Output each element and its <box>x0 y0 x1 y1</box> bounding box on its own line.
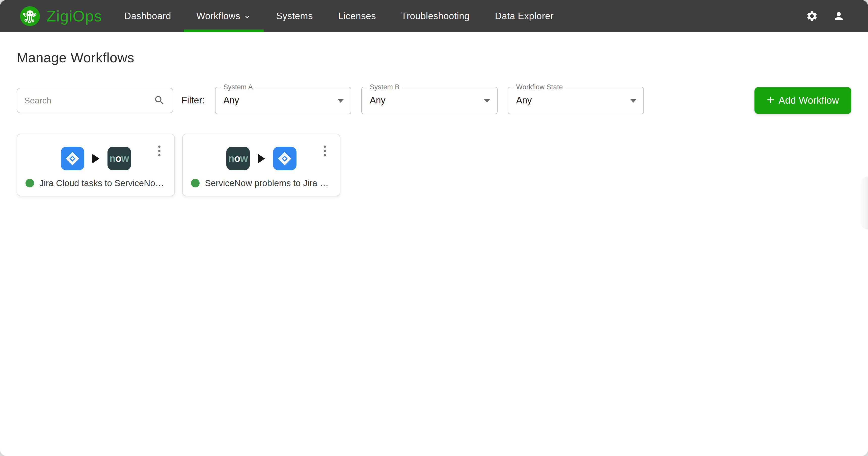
filter-label: Filter: <box>181 95 205 106</box>
select-value: Any <box>223 95 239 106</box>
integration-icons: now <box>183 147 340 170</box>
status-active-dot <box>191 179 199 187</box>
servicenow-letter: o <box>115 153 121 164</box>
workflow-title: ServiceNow problems to Jira … <box>205 178 329 188</box>
select-value: Any <box>370 95 385 106</box>
workflow-status-row: ServiceNow problems to Jira … <box>191 178 334 188</box>
servicenow-letter: w <box>121 153 129 164</box>
workflow-title: Jira Cloud tasks to ServiceNo… <box>39 178 164 188</box>
add-workflow-button[interactable]: + Add Workflow <box>754 87 851 114</box>
brand-logo-home-link[interactable]: ZigiOps <box>20 6 102 27</box>
search-input[interactable] <box>24 96 154 105</box>
nav-item-label: Licenses <box>338 11 376 22</box>
nav-item-label: Systems <box>276 11 313 22</box>
nav-item-troubleshooting[interactable]: Troubleshooting <box>389 0 482 32</box>
user-icon <box>833 10 845 22</box>
gear-icon <box>806 10 818 22</box>
servicenow-icon: now <box>107 147 131 170</box>
workflow-card-servicenow-to-jira[interactable]: now <box>182 134 340 196</box>
nav-item-systems[interactable]: Systems <box>264 0 326 32</box>
nav-item-label: Workflows <box>196 11 240 22</box>
select-workflow-state[interactable]: Workflow State Any <box>508 87 644 114</box>
select-label: System B <box>367 83 402 91</box>
servicenow-letter: o <box>234 153 240 164</box>
select-value: Any <box>516 95 532 106</box>
nav-item-label: Dashboard <box>124 11 171 22</box>
dropdown-arrow-icon <box>338 99 344 103</box>
search-box <box>17 88 173 113</box>
nav-item-label: Troubleshooting <box>401 11 470 22</box>
servicenow-letter: n <box>110 153 115 164</box>
dropdown-arrow-icon <box>630 99 637 103</box>
servicenow-letter: n <box>228 153 234 164</box>
user-account-button[interactable] <box>831 8 847 24</box>
brand-name: ZigiOps <box>46 7 102 25</box>
workflow-card-jira-to-servicenow[interactable]: now Jira Cloud tasks to ServiceNo… <box>17 134 175 196</box>
app-window: ZigiOps Dashboard Workflows Systems Lice… <box>0 0 868 456</box>
top-navbar: ZigiOps Dashboard Workflows Systems Lice… <box>0 0 868 32</box>
navbar-right-actions <box>804 8 847 24</box>
workflow-status-row: Jira Cloud tasks to ServiceNo… <box>26 178 169 188</box>
select-system-b[interactable]: System B Any <box>361 87 498 114</box>
zigiops-octopus-icon <box>20 6 40 27</box>
jira-icon <box>273 147 297 170</box>
workflow-card-list: now Jira Cloud tasks to ServiceNo… now <box>17 134 851 196</box>
servicenow-letter: w <box>240 153 248 164</box>
servicenow-icon: now <box>226 147 250 170</box>
right-edge-scroll-hint <box>861 176 868 229</box>
settings-button[interactable] <box>804 8 820 24</box>
main-nav: Dashboard Workflows Systems Licenses Tro… <box>112 0 566 32</box>
nav-item-data-explorer[interactable]: Data Explorer <box>482 0 566 32</box>
filter-toolbar: Filter: System A Any System B Any Workfl… <box>17 87 851 114</box>
nav-item-licenses[interactable]: Licenses <box>326 0 389 32</box>
direction-arrow-icon <box>258 154 265 163</box>
add-workflow-label: Add Workflow <box>779 95 839 106</box>
page-title: Manage Workflows <box>17 50 851 65</box>
main-content: Manage Workflows Filter: System A Any Sy… <box>0 50 868 196</box>
status-active-dot <box>26 179 34 187</box>
nav-item-workflows[interactable]: Workflows <box>184 0 264 32</box>
select-system-a[interactable]: System A Any <box>215 87 351 114</box>
nav-item-label: Data Explorer <box>495 11 554 22</box>
chevron-down-icon <box>244 13 251 21</box>
nav-item-dashboard[interactable]: Dashboard <box>112 0 184 32</box>
direction-arrow-icon <box>92 154 99 163</box>
select-label: System A <box>221 83 255 91</box>
magnifier-icon <box>154 95 165 106</box>
dropdown-arrow-icon <box>484 99 490 103</box>
integration-icons: now <box>17 147 174 170</box>
jira-icon <box>61 147 84 170</box>
select-label: Workflow State <box>514 83 565 91</box>
